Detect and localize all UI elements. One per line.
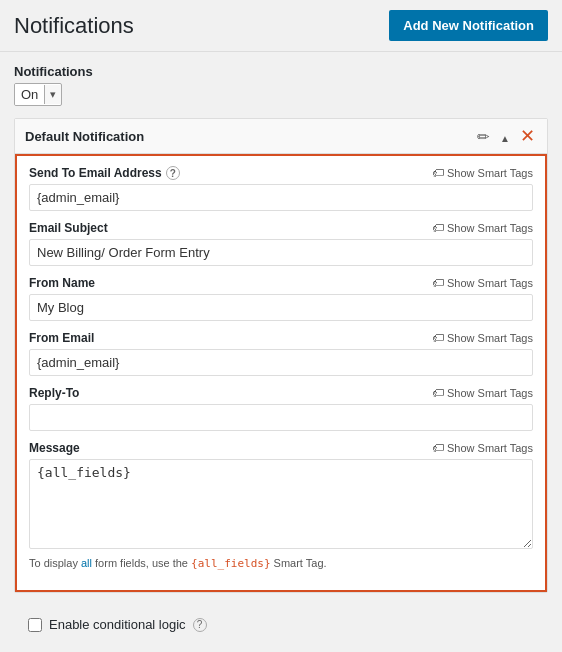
- all-link[interactable]: all: [81, 557, 92, 569]
- from-email-field-group: From Email 🏷 Show Smart Tags: [29, 331, 533, 376]
- message-label-row: Message 🏷 Show Smart Tags: [29, 441, 533, 455]
- send-to-input[interactable]: [29, 184, 533, 211]
- email-subject-field-group: Email Subject 🏷 Show Smart Tags: [29, 221, 533, 266]
- card-header-actions: ✏ ▲ ✕: [475, 127, 537, 145]
- from-name-field-group: From Name 🏷 Show Smart Tags: [29, 276, 533, 321]
- tag-icon: 🏷: [432, 441, 444, 455]
- header: Notifications Add New Notification: [0, 0, 562, 52]
- edit-icon-button[interactable]: ✏: [475, 129, 492, 144]
- reply-to-label: Reply-To: [29, 386, 79, 400]
- collapse-icon-button[interactable]: ▲: [498, 129, 512, 144]
- notifications-section-label: Notifications: [14, 64, 548, 79]
- add-notification-button[interactable]: Add New Notification: [389, 10, 548, 41]
- email-subject-label: Email Subject: [29, 221, 108, 235]
- reply-to-smart-tags-link[interactable]: 🏷 Show Smart Tags: [432, 386, 533, 400]
- message-textarea[interactable]: {all_fields}: [29, 459, 533, 549]
- conditional-logic-row: Enable conditional logic ?: [14, 607, 548, 642]
- tag-icon: 🏷: [432, 166, 444, 180]
- tag-icon: 🏷: [432, 221, 444, 235]
- page-title: Notifications: [14, 13, 134, 39]
- field-hint: To display all form fields, use the {all…: [29, 557, 533, 570]
- from-email-input[interactable]: [29, 349, 533, 376]
- from-email-smart-tags-link[interactable]: 🏷 Show Smart Tags: [432, 331, 533, 345]
- notifications-dropdown-value: On: [15, 84, 44, 105]
- conditional-logic-checkbox[interactable]: [28, 618, 42, 632]
- email-subject-label-row: Email Subject 🏷 Show Smart Tags: [29, 221, 533, 235]
- message-label: Message: [29, 441, 80, 455]
- message-smart-tags-link[interactable]: 🏷 Show Smart Tags: [432, 441, 533, 455]
- all-fields-tag: {all_fields}: [191, 557, 270, 570]
- send-to-label-row: Send To Email Address ? 🏷 Show Smart Tag…: [29, 166, 533, 180]
- conditional-logic-help-icon[interactable]: ?: [193, 618, 207, 632]
- from-email-label-row: From Email 🏷 Show Smart Tags: [29, 331, 533, 345]
- from-name-label: From Name: [29, 276, 95, 290]
- tag-icon: 🏷: [432, 386, 444, 400]
- from-name-smart-tags-link[interactable]: 🏷 Show Smart Tags: [432, 276, 533, 290]
- tag-icon: 🏷: [432, 331, 444, 345]
- send-to-smart-tags-link[interactable]: 🏷 Show Smart Tags: [432, 166, 533, 180]
- notification-card-body: Send To Email Address ? 🏷 Show Smart Tag…: [15, 154, 547, 592]
- reply-to-field-group: Reply-To 🏷 Show Smart Tags: [29, 386, 533, 431]
- notification-card: Default Notification ✏ ▲ ✕: [14, 118, 548, 593]
- notifications-dropdown[interactable]: On ▾: [14, 83, 62, 106]
- from-name-label-row: From Name 🏷 Show Smart Tags: [29, 276, 533, 290]
- pencil-icon: ✏: [477, 128, 490, 145]
- send-to-label: Send To Email Address ?: [29, 166, 180, 180]
- reply-to-label-row: Reply-To 🏷 Show Smart Tags: [29, 386, 533, 400]
- delete-icon-button[interactable]: ✕: [518, 127, 537, 145]
- page-wrapper: Notifications Add New Notification Notif…: [0, 0, 562, 652]
- content-area: Notifications On ▾ Default Notification …: [0, 52, 562, 652]
- from-name-input[interactable]: [29, 294, 533, 321]
- conditional-logic-label: Enable conditional logic: [49, 617, 186, 632]
- message-field-group: Message 🏷 Show Smart Tags {all_fields} T…: [29, 441, 533, 570]
- notification-card-header: Default Notification ✏ ▲ ✕: [15, 119, 547, 154]
- reply-to-input[interactable]: [29, 404, 533, 431]
- close-icon: ✕: [520, 126, 535, 146]
- chevron-up-icon: ▲: [500, 133, 510, 144]
- email-subject-smart-tags-link[interactable]: 🏷 Show Smart Tags: [432, 221, 533, 235]
- help-icon[interactable]: ?: [166, 166, 180, 180]
- tag-icon: 🏷: [432, 276, 444, 290]
- notification-card-title: Default Notification: [25, 129, 144, 144]
- from-email-label: From Email: [29, 331, 94, 345]
- email-subject-input[interactable]: [29, 239, 533, 266]
- send-to-field-group: Send To Email Address ? 🏷 Show Smart Tag…: [29, 166, 533, 211]
- chevron-down-icon[interactable]: ▾: [44, 85, 61, 104]
